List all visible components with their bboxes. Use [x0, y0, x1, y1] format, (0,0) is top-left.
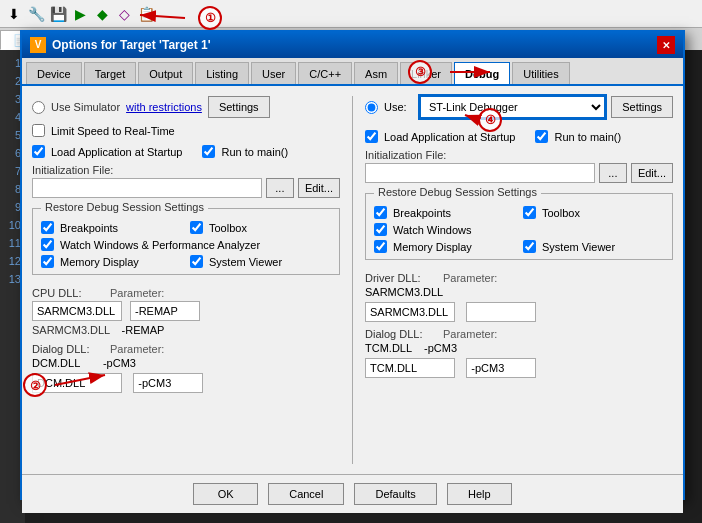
- driver-param-label: Parameter:: [443, 272, 497, 284]
- toolbar-icon-2[interactable]: 🔧: [26, 4, 46, 24]
- help-button[interactable]: Help: [447, 483, 512, 505]
- dialog-dll-input-row-left: [32, 373, 340, 393]
- dialog-param-label-left: Parameter:: [110, 343, 164, 355]
- cpu-dll-inputs: [32, 301, 340, 321]
- cpu-dll-value-display: SARMCM3.DLL: [32, 324, 110, 336]
- init-file-input-left[interactable]: [32, 178, 262, 198]
- restore-group-title-left: Restore Debug Session Settings: [41, 201, 208, 213]
- tab-target[interactable]: Target: [84, 62, 137, 84]
- use-debugger-radio[interactable]: [365, 101, 378, 114]
- with-restrictions-link[interactable]: with restrictions: [126, 101, 202, 113]
- tab-device[interactable]: Device: [26, 62, 82, 84]
- dialog-dll-input-left[interactable]: [32, 373, 122, 393]
- load-app-checkbox-right[interactable]: [365, 130, 378, 143]
- dialog-close-button[interactable]: ✕: [657, 36, 675, 54]
- toolbar-icon-3[interactable]: 💾: [48, 4, 68, 24]
- toolbar-icon-5[interactable]: ◆: [92, 4, 112, 24]
- dialog-dll-label-right: Dialog DLL:: [365, 328, 435, 340]
- simulator-radio[interactable]: [32, 101, 45, 114]
- init-edit-btn-right[interactable]: Edit...: [631, 163, 673, 183]
- cpu-param-value-display: -REMAP: [122, 324, 165, 336]
- left-settings-button[interactable]: Settings: [208, 96, 270, 118]
- load-app-checkbox-left[interactable]: [32, 145, 45, 158]
- limit-speed-row: Limit Speed to Real-Time: [32, 124, 340, 137]
- dialog-dll-header-row-right: Dialog DLL: Parameter:: [365, 328, 673, 340]
- toolbar-icon-7[interactable]: 📋: [136, 4, 156, 24]
- init-browse-btn-right[interactable]: ...: [599, 163, 627, 183]
- dialog-content: Use Simulator with restrictions Settings…: [22, 86, 683, 474]
- load-app-label-right: Load Application at Startup: [384, 131, 515, 143]
- driver-dll-value: SARMCM3.DLL: [365, 286, 443, 298]
- dialog-title-area: V Options for Target 'Target 1': [30, 37, 211, 53]
- init-edit-btn-left[interactable]: Edit...: [298, 178, 340, 198]
- tab-utilities[interactable]: Utilities: [512, 62, 569, 84]
- tab-debug[interactable]: Debug: [454, 62, 510, 84]
- memory-display-checkbox-left[interactable]: [41, 255, 54, 268]
- breakpoints-row-right: Breakpoints: [374, 206, 515, 219]
- driver-dll-input[interactable]: [365, 302, 455, 322]
- breakpoints-checkbox-right[interactable]: [374, 206, 387, 219]
- run-to-main-checkbox-left[interactable]: [202, 145, 215, 158]
- dialog-dll-input-row-right: [365, 358, 673, 378]
- cpu-dll-header-row: CPU DLL: Parameter:: [32, 287, 340, 299]
- memory-display-row-right: Memory Display: [374, 240, 515, 253]
- tab-cpp[interactable]: C/C++: [298, 62, 352, 84]
- cpu-param-label: Parameter:: [110, 287, 164, 299]
- dialog-dll-value-left: DCM.DLL: [32, 357, 80, 369]
- dialog-dll-input-right[interactable]: [365, 358, 455, 378]
- tab-user[interactable]: User: [251, 62, 296, 84]
- use-debugger-row: Use: ST-Link Debugger Settings: [365, 96, 673, 118]
- memory-display-row-left: Memory Display: [41, 255, 182, 268]
- init-file-input-right[interactable]: [365, 163, 595, 183]
- init-file-label-right: Initialization File:: [365, 149, 673, 161]
- system-viewer-checkbox-right[interactable]: [523, 240, 536, 253]
- toolbar-icon-4[interactable]: ▶: [70, 4, 90, 24]
- toolbar-icon-6[interactable]: ◇: [114, 4, 134, 24]
- system-viewer-row-right: System Viewer: [523, 240, 664, 253]
- system-viewer-checkbox-left[interactable]: [190, 255, 203, 268]
- init-file-label-left: Initialization File:: [32, 164, 340, 176]
- tab-asm[interactable]: Asm: [354, 62, 398, 84]
- dialog-param-value-right: -pCM3: [424, 342, 457, 354]
- run-to-main-row-left: Run to main(): [202, 145, 288, 158]
- cancel-button[interactable]: Cancel: [268, 483, 344, 505]
- tab-listing[interactable]: Listing: [195, 62, 249, 84]
- tab-linker[interactable]: Linker: [400, 62, 452, 84]
- cpu-dll-label: CPU DLL:: [32, 287, 102, 299]
- right-panel: Use: ST-Link Debugger Settings Load Appl…: [365, 96, 673, 464]
- driver-dll-header-row: Driver DLL: Parameter:: [365, 272, 673, 284]
- ok-button[interactable]: OK: [193, 483, 258, 505]
- memory-display-checkbox-right[interactable]: [374, 240, 387, 253]
- panel-divider: [352, 96, 353, 464]
- breakpoints-checkbox-left[interactable]: [41, 221, 54, 234]
- toolbox-row-right: Toolbox: [523, 206, 664, 219]
- toolbox-checkbox-right[interactable]: [523, 206, 536, 219]
- watch-windows-checkbox-right[interactable]: [374, 223, 387, 236]
- dialog-param-input-right[interactable]: [466, 358, 536, 378]
- driver-param-input[interactable]: [466, 302, 536, 322]
- dialog-param-value-left: -pCM3: [103, 357, 136, 369]
- use-label: Use:: [384, 101, 414, 113]
- debugger-dropdown[interactable]: ST-Link Debugger: [420, 96, 605, 118]
- dll-section-left: CPU DLL: Parameter: SARMCM3.DLL -REMAP D…: [32, 287, 340, 393]
- toolbox-checkbox-left[interactable]: [190, 221, 203, 234]
- defaults-button[interactable]: Defaults: [354, 483, 436, 505]
- dialog-titlebar: V Options for Target 'Target 1' ✕: [22, 32, 683, 58]
- limit-speed-checkbox[interactable]: [32, 124, 45, 137]
- tab-output[interactable]: Output: [138, 62, 193, 84]
- toolbar-icon-1[interactable]: ⬇: [4, 4, 24, 24]
- cpu-dll-input[interactable]: [32, 301, 122, 321]
- right-settings-button[interactable]: Settings: [611, 96, 673, 118]
- toolbox-row-left: Toolbox: [190, 221, 331, 234]
- simulator-label: Use Simulator: [51, 101, 120, 113]
- watch-windows-checkbox-left[interactable]: [41, 238, 54, 251]
- cpu-param-input[interactable]: [130, 301, 200, 321]
- run-to-main-checkbox-right[interactable]: [535, 130, 548, 143]
- init-browse-btn-left[interactable]: ...: [266, 178, 294, 198]
- restore-group-title-right: Restore Debug Session Settings: [374, 186, 541, 198]
- simulator-row: Use Simulator with restrictions Settings: [32, 96, 340, 118]
- run-to-main-label-left: Run to main(): [221, 146, 288, 158]
- cpu-dll-value-row: SARMCM3.DLL -REMAP: [32, 323, 340, 337]
- dialog-param-input-left[interactable]: [133, 373, 203, 393]
- dialog-param-label-right: Parameter:: [443, 328, 497, 340]
